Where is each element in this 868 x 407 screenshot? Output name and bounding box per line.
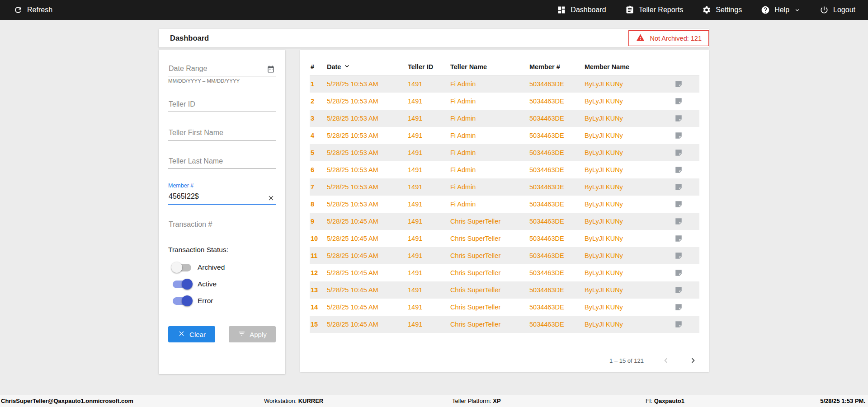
cell-teller-id: 1491	[408, 98, 450, 105]
cell-teller-name: Chris SuperTeller	[450, 269, 529, 276]
active-switch[interactable]	[173, 281, 191, 288]
member-number-field: Member #	[168, 182, 276, 205]
toggle-archived[interactable]: Archived	[168, 262, 276, 273]
header-teller-name[interactable]: Teller Name	[450, 63, 529, 70]
cell-teller-id: 1491	[408, 166, 450, 173]
note-icon[interactable]	[672, 131, 699, 140]
cell-member-name: ByLyJI KUNy	[585, 98, 672, 105]
cell-num: 4	[310, 132, 327, 139]
table-row[interactable]: 135/28/25 10:45 AM1491Chris SuperTeller5…	[310, 281, 699, 299]
table-row[interactable]: 105/28/25 10:45 AM1491Chris SuperTeller5…	[310, 230, 699, 247]
toggle-error[interactable]: Error	[168, 295, 276, 306]
cell-date: 5/28/25 10:45 AM	[327, 321, 408, 328]
cell-member: 5034463DE	[529, 80, 585, 88]
note-icon[interactable]	[672, 286, 699, 294]
header-teller-id[interactable]: Teller ID	[408, 63, 450, 70]
table-row[interactable]: 155/28/25 10:45 AM1491Chris SuperTeller5…	[310, 316, 699, 333]
note-icon[interactable]	[672, 166, 699, 174]
power-icon	[820, 5, 829, 14]
next-page-button[interactable]	[688, 356, 698, 365]
filter-icon	[238, 330, 245, 339]
note-icon[interactable]	[672, 114, 699, 122]
cell-member-name: ByLyJI KUNy	[585, 149, 672, 156]
apply-button-label: Apply	[250, 331, 267, 338]
table-row[interactable]: 65/28/25 10:53 AM1491Fi Admin5034463DEBy…	[310, 161, 699, 178]
nav-settings[interactable]: Settings	[702, 5, 742, 14]
cell-teller-id: 1491	[408, 201, 450, 208]
nav-dashboard[interactable]: Dashboard	[557, 5, 606, 14]
note-icon[interactable]	[672, 252, 699, 260]
member-number-label: Member #	[168, 182, 276, 189]
transaction-number-input[interactable]	[168, 217, 276, 232]
table-row[interactable]: 55/28/25 10:53 AM1491Fi Admin5034463DEBy…	[310, 144, 699, 161]
cell-num: 9	[310, 218, 327, 225]
teller-id-input[interactable]	[168, 97, 276, 112]
cell-num: 6	[310, 166, 327, 173]
header-member[interactable]: Member #	[529, 63, 585, 70]
previous-page-button[interactable]	[661, 356, 671, 365]
warning-icon	[636, 33, 645, 43]
table-row[interactable]: 115/28/25 10:45 AM1491Chris SuperTeller5…	[310, 247, 699, 264]
note-icon[interactable]	[672, 149, 699, 157]
note-icon[interactable]	[672, 269, 699, 277]
cell-teller-name: Chris SuperTeller	[450, 218, 529, 225]
cell-teller-name: Chris SuperTeller	[450, 286, 529, 294]
teller-last-name-input[interactable]	[168, 154, 276, 169]
note-icon[interactable]	[672, 80, 699, 88]
table-row[interactable]: 25/28/25 10:53 AM1491Fi Admin5034463DEBy…	[310, 93, 699, 110]
clear-member-icon[interactable]	[267, 194, 275, 202]
note-icon[interactable]	[672, 234, 699, 243]
cell-member-name: ByLyJI KUNy	[585, 321, 672, 328]
teller-platform-info: Teller Platform: XP	[452, 398, 501, 404]
table-header: # Date Teller ID Teller Name Member # Me…	[310, 58, 699, 75]
note-icon[interactable]	[672, 200, 699, 208]
table-row[interactable]: 125/28/25 10:45 AM1491Chris SuperTeller5…	[310, 264, 699, 281]
apply-button[interactable]: Apply	[229, 326, 276, 342]
error-switch[interactable]	[173, 297, 191, 305]
calendar-icon[interactable]	[267, 65, 275, 73]
table-row[interactable]: 145/28/25 10:45 AM1491Chris SuperTeller5…	[310, 299, 699, 316]
toggle-active[interactable]: Active	[168, 279, 276, 290]
note-icon[interactable]	[672, 97, 699, 105]
cell-num: 3	[310, 115, 327, 122]
header-date[interactable]: Date	[327, 62, 408, 71]
cell-num: 1	[310, 80, 327, 88]
teller-first-name-input[interactable]	[168, 126, 276, 140]
clear-button[interactable]: Clear	[168, 326, 215, 342]
date-range-input[interactable]	[168, 61, 276, 76]
cell-teller-name: Chris SuperTeller	[450, 304, 529, 311]
note-icon[interactable]	[672, 183, 699, 191]
table-row[interactable]: 85/28/25 10:53 AM1491Fi Admin5034463DEBy…	[310, 196, 699, 213]
nav-logout[interactable]: Logout	[820, 5, 855, 14]
current-datetime: 5/28/25 1:53 PM.	[820, 398, 865, 404]
note-icon[interactable]	[672, 217, 699, 225]
table-row[interactable]: 75/28/25 10:53 AM1491Fi Admin5034463DEBy…	[310, 178, 699, 196]
cell-member: 5034463DE	[529, 218, 585, 225]
table-row[interactable]: 95/28/25 10:45 AM1491Chris SuperTeller50…	[310, 213, 699, 230]
cell-num: 11	[310, 252, 327, 259]
chevron-down-icon	[794, 7, 801, 14]
cell-teller-name: Fi Admin	[450, 132, 529, 139]
cell-teller-name: Fi Admin	[450, 98, 529, 105]
pagination-range: 1 – 15 of 121	[609, 357, 644, 364]
header-num[interactable]: #	[310, 63, 327, 70]
not-archived-badge[interactable]: Not Archived: 121	[628, 30, 709, 46]
dashboard-icon	[557, 5, 566, 14]
note-icon[interactable]	[672, 303, 699, 311]
header-member-name[interactable]: Member Name	[585, 63, 672, 70]
cell-member: 5034463DE	[529, 149, 585, 156]
cell-member-name: ByLyJI KUNy	[585, 269, 672, 276]
table-row[interactable]: 15/28/25 10:53 AM1491Fi Admin5034463DEBy…	[310, 75, 699, 93]
note-icon[interactable]	[672, 320, 699, 328]
table-row[interactable]: 45/28/25 10:53 AM1491Fi Admin5034463DEBy…	[310, 127, 699, 144]
refresh-button[interactable]: Refresh	[14, 5, 52, 14]
cell-date: 5/28/25 10:45 AM	[327, 218, 408, 225]
nav-teller-reports[interactable]: Teller Reports	[625, 5, 684, 14]
table-row[interactable]: 35/28/25 10:53 AM1491Fi Admin5034463DEBy…	[310, 110, 699, 127]
fi-label: FI:	[646, 398, 652, 404]
cell-date: 5/28/25 10:45 AM	[327, 252, 408, 259]
archived-switch[interactable]	[173, 264, 191, 271]
nav-settings-label: Settings	[716, 6, 742, 14]
member-number-input[interactable]	[168, 189, 276, 205]
nav-help[interactable]: Help	[761, 5, 801, 14]
